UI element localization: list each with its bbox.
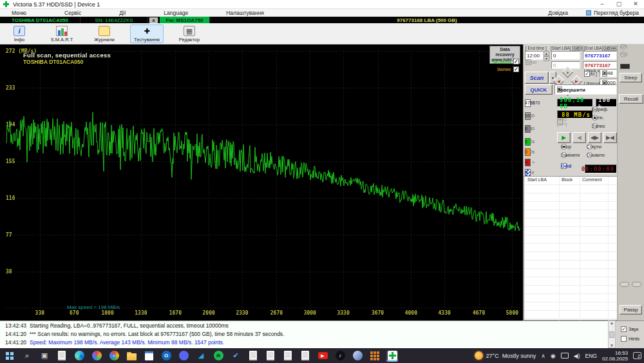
journals-button[interactable]: Журнали [88,25,121,43]
network-icon[interactable] [561,353,569,358]
jump-end-button[interactable]: ▶◀ [603,132,617,143]
start-button[interactable] [4,350,15,362]
sleep-button[interactable]: Sleep [620,73,642,83]
weather-widget[interactable]: 27°C Mostly sunny [475,351,536,360]
log-message: *** Scan results: no warnings, no errors… [30,331,284,337]
language-indicator[interactable]: ENG [585,353,597,359]
smart-button[interactable]: S.M.A.R.T [45,25,79,43]
spotify-icon[interactable]: ≋ [213,350,224,362]
youtube-icon[interactable]: ▶ [317,350,328,362]
histogram-count: 6 [525,139,527,144]
tray-circle-icon[interactable]: ◉ [551,353,556,359]
end-lba-input[interactable]: 976773167 [583,51,617,60]
editor-button[interactable]: ▦Редактор [173,25,206,43]
oval-button-2[interactable] [632,282,641,287]
notepad-icon[interactable] [56,350,68,362]
oval-button-1[interactable] [620,282,629,287]
document-icon-4[interactable] [299,350,311,362]
mode-radio-label: Запис [592,123,605,129]
legend-checkbox-0[interactable] [513,59,519,64]
scroll-thumb[interactable] [609,331,614,338]
scan-button[interactable]: Scan [525,72,549,84]
sound-checkbox-box[interactable] [621,326,627,332]
weather-condition: Mostly sunny [502,353,536,359]
system-tray: 27°C Mostly sunny ∧ ◉ ◀) ENG 16:53 02.08… [475,350,644,362]
hints-checkbox[interactable]: Hints [621,336,639,342]
scroll-up-icon[interactable]: ▲ [610,321,614,325]
histogram-count: 476870 [525,101,540,105]
testing-button[interactable]: ✚Тестування [130,25,164,43]
start-lba-input[interactable]: 0 [551,51,580,60]
search-icon[interactable]: ⌕ [21,350,33,362]
log-area[interactable]: 13:42:43Starting Reading, LBA=0..9767731… [0,320,608,348]
task-view-icon[interactable]: ▣ [39,350,50,362]
document-icon-2[interactable] [265,350,276,362]
step-back-button[interactable]: ◀ [573,132,586,143]
outlook-icon[interactable]: O [160,350,172,362]
speaker-icon[interactable]: ◀) [574,353,580,359]
victoria-icon[interactable] [386,350,398,362]
calendar-icon[interactable] [143,350,155,362]
pio-label: PIO [620,52,628,57]
clock-widget[interactable]: 16:53 02.08.2025 [602,350,628,362]
action-radio-label: Стерти [587,144,601,149]
device-serial: SN: 14E4Z2ZKS [80,17,148,23]
editor-label: Редактор [179,37,200,43]
notifications-button[interactable]: 2 [633,352,641,359]
block-size-value: 2048 [602,70,613,76]
action-select[interactable]: Завершити [554,84,617,95]
tiktok-icon[interactable]: ♪ [334,350,346,362]
chrome-icon[interactable] [108,350,120,362]
legend-0: Читання [491,59,519,64]
menu-item-1[interactable]: Сервіс [58,10,88,16]
spin-down-icon[interactable]: ▼ [544,56,549,61]
app-orange-icon[interactable] [369,350,381,362]
smart-label: S.M.A.R.T [51,37,73,43]
edge-icon[interactable] [73,350,85,362]
end-time-spinner[interactable]: ▲▼ [544,51,549,60]
menu-item-help[interactable]: Довідка [542,10,574,16]
log-scrollbar[interactable]: ▲ ▼ [608,320,616,348]
menu-item-0[interactable]: Меню [5,10,33,16]
quick-button[interactable]: QUICK [525,84,553,95]
photos-icon[interactable] [91,350,102,362]
vscode-icon[interactable]: ◢ [195,350,207,362]
start-scan-button[interactable]: ▶ [557,132,571,143]
minimize-button[interactable]: – [594,0,611,8]
nav-up-button[interactable] [562,66,573,77]
auto-checkbox-box[interactable] [584,71,590,77]
watermark-line1: Data recovery [490,47,520,57]
tray-chevron-icon[interactable]: ∧ [541,353,545,359]
document-icon-3[interactable] [282,350,294,362]
maximize-button[interactable]: ▢ [611,0,627,8]
menu-item-3[interactable]: Language [157,10,194,16]
max-speed-annotation: Max speed = 198 MB/s [67,304,120,310]
close-button[interactable]: ✕ [627,0,644,8]
histogram-count: 0 [525,170,527,175]
zero-chip[interactable]: 0 [579,46,583,51]
spin-up-icon[interactable]: ▲ [544,51,549,56]
recall-button[interactable]: Recall [619,94,643,104]
info-button[interactable]: iІнфо [3,25,36,43]
scroll-down-icon[interactable]: ▼ [610,344,614,348]
menu-item-2[interactable]: Дії [113,10,132,16]
legend-checkbox-1[interactable] [513,66,519,72]
hints-checkbox-box[interactable] [621,336,627,342]
buffer-view-label: Перегляд буфера [594,10,639,16]
block-size-select[interactable]: 2048 [600,69,617,77]
table-header-block: Block [562,177,573,182]
file-explorer-icon[interactable] [126,350,137,362]
document-icon-1[interactable] [247,350,259,362]
sound-checkbox[interactable]: Звук [621,326,638,332]
discord-icon[interactable] [178,350,189,362]
passport-button[interactable]: Passp [620,305,642,315]
editor-icon: ▦ [184,26,195,36]
menu-item-buffer-view[interactable]: Перегляд буфера [586,10,639,16]
menu-item-4[interactable]: Налаштування [220,10,270,16]
check-app-icon[interactable]: ✔ [230,350,242,362]
device-x-button[interactable]: x [149,17,158,23]
app-blue-icon[interactable] [352,350,363,362]
log-line-1: 14:41:20*** Scan results: no warnings, n… [0,329,608,338]
defect-table[interactable]: Start LBA Block Comment [524,176,618,320]
jump-back-button[interactable]: ◀▶ [588,132,601,143]
